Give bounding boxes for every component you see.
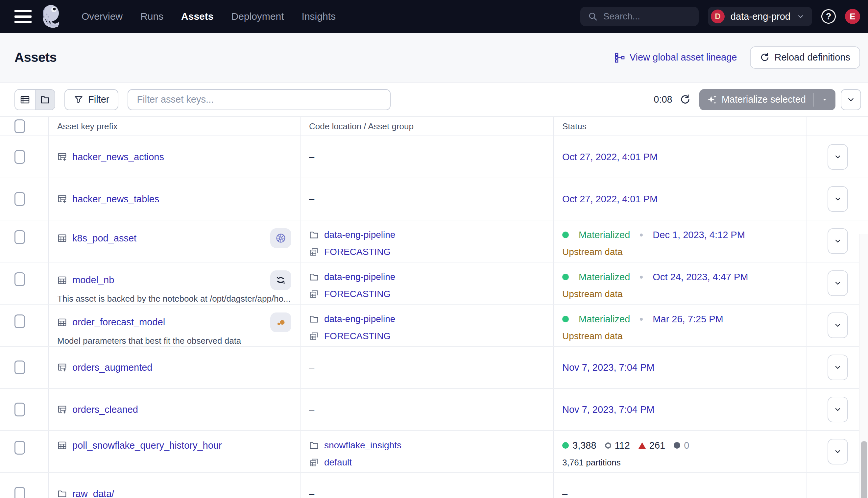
row-checkbox[interactable] xyxy=(14,192,25,206)
table-sparkle-icon xyxy=(57,152,67,162)
last-materialization-link[interactable]: Nov 7, 2023, 7:04 PM xyxy=(562,404,806,415)
nav-item-overview[interactable]: Overview xyxy=(82,11,123,22)
row-expand-button[interactable] xyxy=(828,397,848,422)
asset-group-link[interactable]: FORECASTING xyxy=(324,331,391,341)
last-materialization-link[interactable]: Dec 1, 2023, 4:12 PM xyxy=(653,230,745,240)
asset-name-link[interactable]: raw_data/ xyxy=(72,488,114,498)
global-search[interactable]: / xyxy=(580,7,699,26)
org-switcher[interactable]: D data-eng-prod xyxy=(708,7,812,26)
materialized-label: Materialized xyxy=(579,272,630,283)
assets-table: Asset key prefix Code location / Asset g… xyxy=(0,117,868,498)
row-expand-button[interactable] xyxy=(828,355,848,380)
asset-name-link[interactable]: hacker_news_tables xyxy=(72,194,159,205)
asset-group-link[interactable]: FORECASTING xyxy=(324,247,391,257)
asset-name-link[interactable]: hacker_news_actions xyxy=(72,152,164,162)
materialized-dot-icon xyxy=(562,274,569,280)
materialized-label: Materialized xyxy=(579,230,630,240)
scrollbar-thumb[interactable] xyxy=(861,441,867,498)
row-checkbox[interactable] xyxy=(14,230,25,244)
asset-name-link[interactable]: orders_augmented xyxy=(72,362,152,373)
partition-count: 3,388 xyxy=(562,440,597,451)
last-materialization-link[interactable]: Oct 24, 2023, 4:47 PM xyxy=(653,272,748,283)
nav-item-assets[interactable]: Assets xyxy=(181,11,213,22)
asset-name-link[interactable]: k8s_pod_asset xyxy=(72,233,136,244)
folder-icon xyxy=(309,314,319,324)
partition-count: 112 xyxy=(605,440,630,451)
chevron-down-icon xyxy=(834,153,842,161)
code-location-link[interactable]: data-eng-pipeline xyxy=(324,230,395,240)
reload-definitions-button[interactable]: Reload definitions xyxy=(750,47,860,69)
row-expand-button[interactable] xyxy=(828,313,848,338)
chevron-down-icon xyxy=(834,406,842,414)
user-avatar[interactable]: E xyxy=(845,9,860,24)
code-location-link[interactable]: snowflake_insights xyxy=(324,440,401,451)
asset-group-link[interactable]: FORECASTING xyxy=(324,289,391,299)
asset-name-link[interactable]: orders_cleaned xyxy=(72,404,138,415)
directory-view-toggle[interactable] xyxy=(35,90,55,109)
in-progress-dot-icon xyxy=(674,442,680,449)
org-name: data-eng-prod xyxy=(731,11,790,22)
folder-icon xyxy=(309,441,319,450)
upstream-data-label: Upstream data xyxy=(562,247,623,257)
asset-name-link[interactable]: poll_snowflake_query_history_hour xyxy=(72,440,222,451)
collapse-all-button[interactable] xyxy=(841,89,861,110)
last-materialization-link[interactable]: Oct 27, 2022, 4:01 PM xyxy=(562,194,806,205)
dagster-logo xyxy=(40,4,65,32)
table-row: model_nbThis asset is backed by the note… xyxy=(0,262,868,305)
code-location-link[interactable]: data-eng-pipeline xyxy=(324,314,395,324)
jupyter-badge xyxy=(270,271,291,290)
nav-item-deployment[interactable]: Deployment xyxy=(231,11,284,22)
row-expand-button[interactable] xyxy=(828,144,848,170)
failed-triangle-icon xyxy=(639,442,646,449)
materialized-dot-icon xyxy=(562,232,569,238)
row-checkbox[interactable] xyxy=(14,314,25,328)
asset-group-link[interactable]: default xyxy=(324,457,352,468)
asset-name-link[interactable]: model_nb xyxy=(72,275,114,286)
code-location-link[interactable]: data-eng-pipeline xyxy=(324,272,395,282)
materialize-options-caret[interactable] xyxy=(814,96,836,103)
chevron-down-icon xyxy=(834,195,842,203)
row-expand-button[interactable] xyxy=(828,186,848,212)
vertical-scrollbar[interactable] xyxy=(859,234,868,498)
row-expand-button[interactable] xyxy=(828,228,848,254)
refresh-icon[interactable] xyxy=(680,94,691,105)
hamburger-menu-icon[interactable] xyxy=(14,10,31,23)
table-icon xyxy=(57,275,67,285)
search-input[interactable] xyxy=(603,11,722,22)
nav-item-runs[interactable]: Runs xyxy=(141,11,163,22)
last-materialization-link[interactable]: Nov 7, 2023, 7:04 PM xyxy=(562,362,806,373)
row-checkbox[interactable] xyxy=(14,441,25,455)
materialize-selected-button[interactable]: Materialize selected xyxy=(699,89,836,110)
row-expand-button[interactable] xyxy=(828,439,848,464)
chevron-down-icon xyxy=(834,279,842,287)
list-view-icon xyxy=(20,94,30,105)
kubernetes-badge xyxy=(270,228,291,248)
table-sparkle-icon xyxy=(57,363,67,372)
row-expand-button[interactable] xyxy=(828,271,848,296)
nav-item-insights[interactable]: Insights xyxy=(302,11,336,22)
row-checkbox[interactable] xyxy=(14,361,25,374)
row-checkbox[interactable] xyxy=(14,272,25,286)
row-checkbox[interactable] xyxy=(14,150,25,164)
last-materialization-link[interactable]: Mar 26, 7:25 PM xyxy=(653,314,723,325)
missing-ring-icon xyxy=(605,442,611,449)
table-sparkle-icon xyxy=(57,405,67,415)
table-row: raw_data/–– xyxy=(0,473,868,498)
filter-asset-keys-input[interactable] xyxy=(128,89,391,110)
last-materialization-link[interactable]: Oct 27, 2022, 4:01 PM xyxy=(562,152,806,162)
column-header-asset-key: Asset key prefix xyxy=(49,117,301,135)
asset-group-icon xyxy=(309,247,319,257)
asset-name-link[interactable]: order_forecast_model xyxy=(72,317,165,328)
view-global-asset-lineage-link[interactable]: View global asset lineage xyxy=(614,52,737,63)
table-row: hacker_news_tables–Oct 27, 2022, 4:01 PM xyxy=(0,178,868,220)
upstream-data-label: Upstream data xyxy=(562,331,623,341)
row-checkbox[interactable] xyxy=(14,487,25,498)
help-icon[interactable]: ? xyxy=(821,9,836,24)
select-all-checkbox[interactable] xyxy=(14,119,25,133)
flat-view-toggle[interactable] xyxy=(15,90,35,109)
chevron-down-icon xyxy=(834,448,842,456)
filter-button[interactable]: Filter xyxy=(65,89,118,110)
empty-value: – xyxy=(309,152,553,162)
row-checkbox[interactable] xyxy=(14,403,25,417)
separator-dot xyxy=(640,276,643,279)
